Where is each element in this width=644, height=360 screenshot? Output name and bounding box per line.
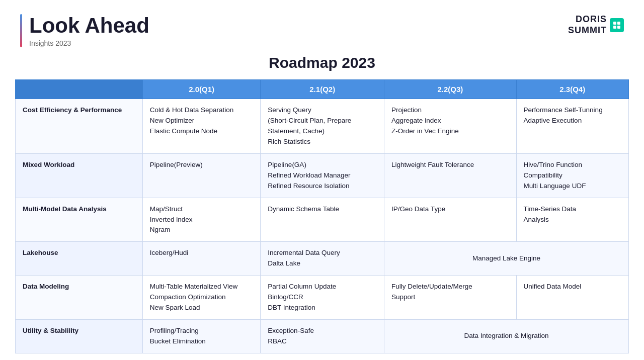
table-row: Mixed WorkloadPipeline(Preview)Pipeline(… <box>16 153 629 198</box>
cell-q1: Multi-Table Materialized View Compaction… <box>142 276 261 320</box>
cell-q2: Serving Query (Short-Circuit Plan, Prepa… <box>261 99 384 154</box>
table-row: Data ModelingMulti-Table Materialized Vi… <box>16 276 629 320</box>
cell-q3: Data Integration & Migration <box>384 320 629 353</box>
cell-q1: Cold & Hot Data Separation New Optimizer… <box>142 99 261 154</box>
cell-q4: Hive/Trino Function Compatibility Multi … <box>516 153 628 198</box>
cell-category: Lakehouse <box>16 242 143 276</box>
cell-q2: Pipeline(GA) Refined Workload Manager Re… <box>261 153 384 198</box>
col-header-q4: 2.3(Q4) <box>516 80 628 99</box>
title-bar-decoration <box>20 14 22 47</box>
col-header-q2: 2.1(Q2) <box>261 80 384 99</box>
header: Look Ahead Insights 2023 DORIS SUMMIT <box>0 0 644 52</box>
svg-rect-1 <box>617 22 620 25</box>
svg-rect-2 <box>613 26 616 29</box>
cell-q2: Dynamic Schema Table <box>261 198 384 242</box>
col-header-q1: 2.0(Q1) <box>142 80 261 99</box>
cell-q2: Exception-Safe RBAC <box>261 320 384 353</box>
table-header-row: 2.0(Q1) 2.1(Q2) 2.2(Q3) 2.3(Q4) <box>16 80 629 99</box>
svg-rect-0 <box>613 22 616 25</box>
col-header-category <box>16 80 143 99</box>
cell-q2: Incremental Data Query Dalta Lake <box>261 242 384 276</box>
main-title: Look Ahead <box>29 14 149 37</box>
title-text: Look Ahead Insights 2023 <box>29 14 149 47</box>
logo-icon <box>610 18 624 32</box>
cell-category: Data Modeling <box>16 276 143 320</box>
table-row: LakehouseIceberg/HudiIncremental Data Qu… <box>16 242 629 276</box>
cell-category: Utility & Stablility <box>16 320 143 353</box>
subtitle: Insights 2023 <box>29 39 149 47</box>
cell-q3: Lightweight Fault Tolerance <box>384 153 516 198</box>
table-row: Cost Efficiency & PerformanceCold & Hot … <box>16 99 629 154</box>
table-row: Multi-Model Data AnalysisMap/Struct Inve… <box>16 198 629 242</box>
table-container: 2.0(Q1) 2.1(Q2) 2.2(Q3) 2.3(Q4) Cost Eff… <box>0 79 644 360</box>
table-row: Utility & StablilityProfiling/Tracing Bu… <box>16 320 629 353</box>
cell-category: Cost Efficiency & Performance <box>16 99 143 154</box>
cell-category: Mixed Workload <box>16 153 143 198</box>
cell-q1: Profiling/Tracing Bucket Elimination <box>142 320 261 353</box>
cell-q1: Map/Struct Inverted index Ngram <box>142 198 261 242</box>
cell-q3: IP/Geo Data Type <box>384 198 516 242</box>
cell-q1: Iceberg/Hudi <box>142 242 261 276</box>
cell-q4: Performance Self-Tunning Adaptive Execut… <box>516 99 628 154</box>
cell-q3: Fully Delete/Update/Merge Support <box>384 276 516 320</box>
title-block: Look Ahead Insights 2023 <box>20 14 149 47</box>
cell-q4: Unified Data Model <box>516 276 628 320</box>
table-body: Cost Efficiency & PerformanceCold & Hot … <box>16 99 629 353</box>
logo-block: DORIS SUMMIT <box>568 14 624 36</box>
svg-rect-3 <box>617 26 620 29</box>
roadmap-table: 2.0(Q1) 2.1(Q2) 2.2(Q3) 2.3(Q4) Cost Eff… <box>15 79 629 353</box>
cell-q2: Partial Column Update Binlog/CCR DBT Int… <box>261 276 384 320</box>
roadmap-title: Roadmap 2023 <box>0 54 644 71</box>
col-header-q3: 2.2(Q3) <box>384 80 516 99</box>
cell-q3: Managed Lake Engine <box>384 242 629 276</box>
cell-q1: Pipeline(Preview) <box>142 153 261 198</box>
cell-q4: Time-Series Data Analysis <box>516 198 628 242</box>
cell-q3: Projection Aggregate index Z-Order in Ve… <box>384 99 516 154</box>
logo-text: DORIS SUMMIT <box>568 14 607 36</box>
cell-category: Multi-Model Data Analysis <box>16 198 143 242</box>
